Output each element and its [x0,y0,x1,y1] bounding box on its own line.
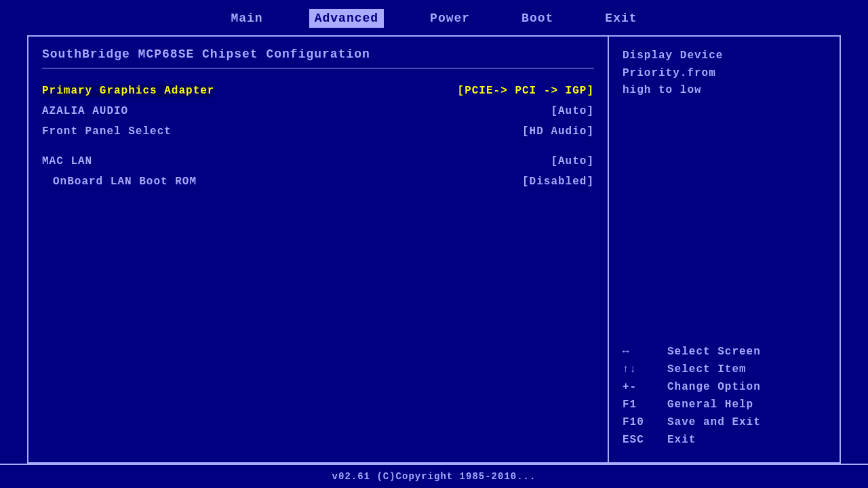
key-desc-general-help: General Help [667,399,753,411]
setting-value-onboard-lan: [Disabled] [522,176,594,188]
key-symbol-f1: F1 [623,399,656,411]
setting-label-onboard-lan: OnBoard LAN Boot ROM [42,176,197,188]
section-gap [42,142,594,151]
setting-primary-graphics[interactable]: Primary Graphics Adapter [PCIE-> PCI -> … [42,81,594,101]
settings-table: Primary Graphics Adapter [PCIE-> PCI -> … [42,81,594,192]
setting-label-azalia: AZALIA AUDIO [42,105,128,117]
menu-item-advanced[interactable]: Advanced [309,9,384,28]
panel-divider [42,68,594,68]
panel-title: SouthBridge MCP68SE Chipset Configuratio… [42,47,594,61]
setting-label-primary-graphics: Primary Graphics Adapter [42,85,214,97]
help-text: Display Device Priority.from high to low [623,47,826,100]
key-hint-save-exit: F10 Save and Exit [623,416,826,428]
setting-onboard-lan[interactable]: OnBoard LAN Boot ROM [Disabled] [42,171,594,192]
menu-item-boot[interactable]: Boot [516,9,559,28]
key-hint-select-item: ↑↓ Select Item [623,363,826,375]
key-hints: ↔ Select Screen ↑↓ Select Item +- Change… [623,346,826,451]
help-line-1: Display Device [623,49,723,62]
setting-mac-lan[interactable]: MAC LAN [Auto] [42,151,594,171]
key-hint-change-option: +- Change Option [623,381,826,393]
menu-item-main[interactable]: Main [225,9,268,28]
bios-screen: Main Advanced Power Boot Exit SouthBridg… [0,0,868,488]
key-hint-exit: ESC Exit [623,434,826,446]
key-desc-change-option: Change Option [667,381,761,393]
setting-label-mac-lan: MAC LAN [42,155,92,167]
setting-value-azalia: [Auto] [551,105,594,117]
right-panel: Display Device Priority.from high to low… [609,37,840,462]
setting-front-panel[interactable]: Front Panel Select [HD Audio] [42,121,594,142]
left-panel: SouthBridge MCP68SE Chipset Configuratio… [28,37,609,462]
key-symbol-f10: F10 [623,416,656,428]
key-symbol-arrows-lr: ↔ [623,346,656,358]
setting-value-mac-lan: [Auto] [551,155,594,167]
menu-bar: Main Advanced Power Boot Exit [0,0,868,35]
status-text: v02.61 (C)Copyright 1985-2010... [332,471,536,482]
main-content: SouthBridge MCP68SE Chipset Configuratio… [27,35,841,464]
key-symbol-esc: ESC [623,434,656,446]
menu-item-exit[interactable]: Exit [599,9,642,28]
setting-value-primary-graphics: [PCIE-> PCI -> IGP] [458,85,594,97]
setting-azalia-audio[interactable]: AZALIA AUDIO [Auto] [42,101,594,121]
setting-value-front-panel: [HD Audio] [522,125,594,138]
menu-item-power[interactable]: Power [425,9,475,28]
menu-items: Main Advanced Power Boot Exit [225,9,642,28]
key-desc-save-exit: Save and Exit [667,416,761,428]
key-symbol-arrows-ud: ↑↓ [623,363,656,375]
setting-label-front-panel: Front Panel Select [42,125,172,138]
key-hint-general-help: F1 General Help [623,399,826,411]
key-desc-exit: Exit [667,434,696,446]
key-hint-select-screen: ↔ Select Screen [623,346,826,358]
key-desc-select-item: Select Item [667,363,747,375]
status-bar: v02.61 (C)Copyright 1985-2010... [0,464,868,488]
key-desc-select-screen: Select Screen [667,346,761,358]
key-symbol-plus-minus: +- [623,381,656,393]
help-line-3: high to low [623,84,702,96]
help-line-2: Priority.from [623,67,716,79]
